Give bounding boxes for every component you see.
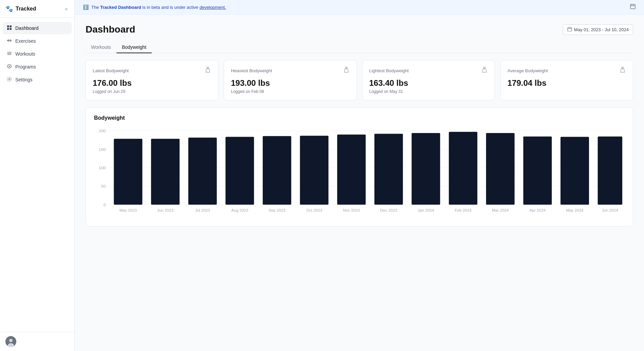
date-range-picker[interactable]: May 01, 2023 - Jul 10, 2024 (563, 24, 633, 35)
svg-text:200: 200 (99, 129, 106, 133)
avatar[interactable] (5, 336, 16, 347)
programs-icon (7, 64, 12, 70)
beta-banner: ℹ️ The Tracked Dashboard is in beta and … (75, 0, 644, 15)
svg-point-5 (9, 66, 10, 67)
svg-text:Dec 2023: Dec 2023 (380, 209, 397, 212)
bar-may2024 (560, 137, 589, 205)
stat-card-title: Average Bodyweight (508, 68, 548, 73)
sidebar-item-programs[interactable]: Programs (3, 61, 72, 73)
svg-text:Nov 2023: Nov 2023 (343, 209, 360, 212)
stat-card-value: 163.40 lbs (369, 78, 488, 88)
bar-jan2024 (411, 133, 440, 204)
stat-card-sub: Logged on Feb 08 (231, 89, 349, 94)
svg-rect-10 (568, 27, 572, 31)
date-range-text: May 01, 2023 - Jul 10, 2024 (574, 27, 629, 32)
svg-text:May 2023: May 2023 (119, 209, 137, 212)
svg-rect-2 (7, 28, 9, 30)
sidebar-item-exercises[interactable]: Exercises (3, 35, 72, 47)
stat-card-header: Latest Bodyweight (93, 66, 211, 75)
svg-text:50: 50 (101, 184, 106, 188)
tab-bar: Workouts Bodyweight (86, 42, 633, 53)
bar-oct2023 (300, 136, 329, 204)
tab-workouts[interactable]: Workouts (86, 42, 116, 53)
bar-dec2023 (374, 134, 403, 204)
bar-may2023 (114, 139, 142, 204)
svg-text:Jun 2023: Jun 2023 (157, 209, 173, 212)
calendar-icon[interactable] (630, 3, 636, 11)
weight-icon (343, 66, 350, 75)
stat-card-title: Heaviest Bodyweight (231, 68, 272, 73)
workouts-icon (7, 51, 12, 57)
content-header: Dashboard May 01, 2023 - Jul 10, 2024 (86, 24, 633, 35)
banner-left: ℹ️ The Tracked Dashboard is in beta and … (83, 4, 226, 10)
page-title: Dashboard (86, 24, 135, 35)
bar-jun2024 (598, 136, 622, 204)
banner-text: The Tracked Dashboard is in beta and is … (91, 5, 226, 10)
svg-text:0: 0 (104, 202, 106, 207)
tab-bodyweight[interactable]: Bodyweight (116, 42, 152, 53)
sidebar-item-settings[interactable]: Settings (3, 74, 72, 86)
sidebar-item-label: Settings (15, 77, 33, 82)
stat-card-header: Average Bodyweight (508, 66, 626, 75)
svg-text:Apr 2024: Apr 2024 (530, 209, 546, 212)
page-content: Dashboard May 01, 2023 - Jul 10, 2024 Wo… (75, 15, 644, 351)
sidebar-item-label: Workouts (15, 51, 35, 57)
svg-rect-0 (7, 25, 9, 27)
svg-point-7 (9, 339, 13, 342)
weight-icon (619, 66, 626, 75)
svg-text:150: 150 (99, 147, 106, 152)
bar-feb2024 (449, 132, 477, 205)
svg-text:Jun 2024: Jun 2024 (602, 209, 618, 212)
bar-apr2024 (523, 136, 552, 204)
stat-card-heaviest: Heaviest Bodyweight 193.00 lbs Logged on… (224, 60, 356, 100)
sidebar-nav: Dashboard Exercises Workouts Programs Se… (0, 18, 74, 332)
chart-card: Bodyweight 200 150 100 50 0 (86, 107, 633, 227)
chart-title: Bodyweight (94, 115, 625, 121)
sidebar-footer (0, 332, 74, 351)
weight-icon (204, 66, 211, 75)
stat-card-sub: Logged on Jun 29 (93, 89, 211, 94)
bar-jul2023 (188, 138, 217, 205)
bar-jun2023 (151, 139, 180, 204)
stat-card-value: 176.00 lbs (93, 78, 211, 88)
stat-card-value: 193.00 lbs (231, 78, 349, 88)
stat-card-title: Lightest Bodyweight (369, 68, 409, 73)
sidebar: 🐾 Tracked « Dashboard Exercises Workouts (0, 0, 75, 351)
sidebar-item-label: Exercises (15, 38, 36, 44)
banner-link[interactable]: development. (200, 5, 226, 10)
stat-card-value: 179.04 lbs (508, 78, 626, 88)
stat-card-header: Heaviest Bodyweight (231, 66, 349, 75)
weight-icon (481, 66, 488, 75)
stat-card-title: Latest Bodyweight (93, 68, 129, 73)
stat-card-header: Lightest Bodyweight (369, 66, 488, 75)
svg-rect-9 (630, 4, 635, 9)
svg-text:100: 100 (99, 165, 106, 170)
stat-card-latest: Latest Bodyweight 176.00 lbs Logged on J… (86, 60, 218, 100)
stat-card-sub: Logged on May 31 (369, 89, 488, 94)
svg-text:Mar 2024: Mar 2024 (492, 209, 509, 212)
sidebar-header: 🐾 Tracked « (0, 0, 74, 18)
stat-cards: Latest Bodyweight 176.00 lbs Logged on J… (86, 60, 633, 100)
svg-text:Sep 2023: Sep 2023 (269, 209, 286, 212)
sidebar-item-dashboard[interactable]: Dashboard (3, 22, 72, 34)
sidebar-item-workouts[interactable]: Workouts (3, 48, 72, 60)
app-name: Tracked (16, 6, 36, 12)
sidebar-item-label: Programs (15, 64, 36, 70)
stat-card-average: Average Bodyweight 179.04 lbs (500, 60, 633, 100)
sidebar-item-label: Dashboard (15, 25, 39, 31)
svg-text:May 2024: May 2024 (566, 209, 583, 212)
sidebar-collapse-button[interactable]: « (63, 5, 69, 13)
bar-aug2023 (225, 137, 254, 205)
svg-text:Feb 2024: Feb 2024 (455, 209, 471, 212)
svg-text:Aug 2023: Aug 2023 (231, 209, 248, 212)
exercises-icon (7, 38, 12, 44)
sidebar-logo: 🐾 Tracked (5, 5, 36, 13)
svg-text:Oct 2023: Oct 2023 (306, 209, 322, 212)
stat-card-lightest: Lightest Bodyweight 163.40 lbs Logged on… (362, 60, 495, 100)
svg-rect-3 (10, 28, 12, 30)
bar-sep2023 (263, 136, 291, 204)
main-content: ℹ️ The Tracked Dashboard is in beta and … (75, 0, 644, 351)
svg-rect-1 (10, 25, 12, 27)
bar-chart: 200 150 100 50 0 May 2023 Jun 2023 (94, 127, 625, 219)
chart-area: 200 150 100 50 0 May 2023 Jun 2023 (94, 127, 625, 219)
